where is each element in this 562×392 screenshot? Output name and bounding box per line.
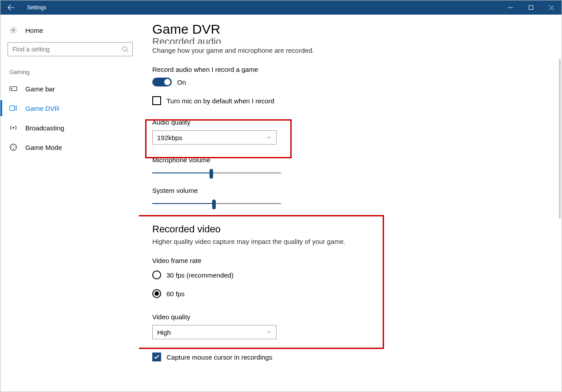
sys-volume-label: System volume xyxy=(152,187,562,194)
game-mode-icon xyxy=(9,143,17,151)
scroll-content: Recorded audio Change how your game and … xyxy=(152,38,562,388)
sidebar-item-label: Game bar xyxy=(25,85,55,93)
settings-window: Settings Home Gaming Game bar Ga xyxy=(0,0,562,392)
close-icon xyxy=(549,5,554,10)
sys-volume-slider[interactable] xyxy=(152,197,281,211)
fps-60-label: 60 fps xyxy=(166,290,185,298)
frame-rate-label: Video frame rate xyxy=(152,257,562,264)
body: Home Gaming Game bar Game DVR Broadcasti… xyxy=(0,15,562,392)
close-button[interactable] xyxy=(541,0,562,15)
audio-quality-select[interactable]: 192kbps xyxy=(152,130,277,145)
scrollbar-thumb[interactable] xyxy=(559,59,561,219)
svg-line-6 xyxy=(127,51,128,52)
app-title: Settings xyxy=(22,4,46,11)
svg-point-11 xyxy=(12,127,14,129)
svg-rect-7 xyxy=(10,87,17,91)
fps-60-radio[interactable] xyxy=(152,289,161,298)
sidebar-item-label: Game DVR xyxy=(25,105,59,112)
sidebar-item-game-bar[interactable]: Game bar xyxy=(8,79,132,98)
window-controls xyxy=(500,0,562,15)
sidebar-item-label: Broadcasting xyxy=(25,124,64,132)
sidebar-item-broadcasting[interactable]: Broadcasting xyxy=(8,118,132,137)
gear-icon xyxy=(9,26,17,34)
toggle-state-label: On xyxy=(177,78,186,86)
mic-default-checkbox[interactable] xyxy=(152,96,161,105)
search-box[interactable] xyxy=(8,42,133,56)
titlebar: Settings xyxy=(0,0,562,15)
svg-point-4 xyxy=(12,29,15,31)
recorded-audio-desc: Change how your game and microphone are … xyxy=(152,47,562,54)
video-quality-select[interactable]: High xyxy=(152,325,277,339)
record-audio-toggle[interactable] xyxy=(152,78,172,86)
mic-default-label: Turn mic on by default when I record xyxy=(166,97,274,105)
mic-volume-slider[interactable] xyxy=(152,166,281,180)
page-title: Game DVR xyxy=(152,22,562,37)
audio-quality-value: 192kbps xyxy=(157,134,182,141)
recorded-audio-heading: Recorded audio xyxy=(152,38,562,44)
audio-quality-label: Audio quality xyxy=(152,118,562,126)
fps-30-label: 30 fps (recommended) xyxy=(166,271,234,279)
sidebar-item-game-dvr[interactable]: Game DVR xyxy=(8,98,132,118)
mic-volume-label: Microphone volume xyxy=(152,156,562,164)
home-label: Home xyxy=(25,27,43,34)
svg-point-5 xyxy=(123,47,127,51)
video-quality-label: Video quality xyxy=(152,313,562,321)
game-bar-icon xyxy=(9,85,17,93)
maximize-icon xyxy=(529,5,533,10)
check-icon xyxy=(154,354,160,360)
minimize-button[interactable] xyxy=(500,0,521,15)
video-quality-value: High xyxy=(157,329,171,336)
search-input[interactable] xyxy=(8,43,132,56)
recorded-video-desc: Higher quality video capture may impact … xyxy=(152,238,562,245)
capture-cursor-label: Capture mouse cursor in recordings xyxy=(166,353,272,361)
sidebar-home[interactable]: Home xyxy=(8,23,132,42)
main-content: Game DVR Recorded audio Change how your … xyxy=(139,15,562,392)
chevron-down-icon xyxy=(266,135,272,140)
sidebar-item-label: Game Mode xyxy=(25,144,62,151)
scrollbar[interactable] xyxy=(558,32,561,391)
minimize-icon xyxy=(508,5,513,10)
chevron-down-icon xyxy=(266,329,272,335)
sidebar: Home Gaming Game bar Game DVR Broadcasti… xyxy=(0,15,139,392)
back-button[interactable] xyxy=(0,0,22,15)
search-icon xyxy=(122,46,129,53)
fps-30-radio[interactable] xyxy=(152,270,161,279)
record-audio-label: Record audio when I record a game xyxy=(152,66,562,73)
broadcasting-icon xyxy=(9,124,17,132)
recorded-video-heading: Recorded video xyxy=(152,223,562,235)
game-dvr-icon xyxy=(9,104,17,112)
maximize-button[interactable] xyxy=(521,0,541,15)
sidebar-item-game-mode[interactable]: Game Mode xyxy=(8,137,132,157)
capture-cursor-checkbox[interactable] xyxy=(152,353,161,361)
svg-rect-1 xyxy=(529,6,533,10)
back-arrow-icon xyxy=(8,4,15,11)
sidebar-group-label: Gaming xyxy=(8,69,132,79)
svg-rect-10 xyxy=(10,106,15,111)
